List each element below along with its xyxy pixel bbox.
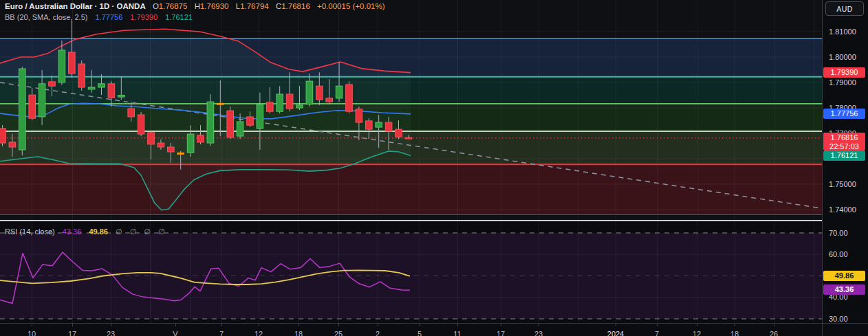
candle-body[interactable] bbox=[9, 142, 16, 147]
countdown-timer: 22:57:03 bbox=[823, 142, 865, 150]
candle-body[interactable] bbox=[276, 94, 283, 111]
candle-body[interactable] bbox=[19, 69, 26, 150]
rsi-badge: 43.36 bbox=[823, 284, 865, 295]
candle-body[interactable] bbox=[227, 111, 234, 137]
candle-body[interactable] bbox=[247, 117, 254, 125]
currency-button[interactable]: AUD bbox=[825, 1, 864, 16]
time-axis[interactable]: 101723V71218252511172320247121826 bbox=[0, 324, 868, 336]
open-value: 1.76875 bbox=[159, 2, 188, 10]
candle-body[interactable] bbox=[207, 102, 214, 143]
candle-body[interactable] bbox=[405, 137, 412, 139]
candle-body[interactable] bbox=[128, 109, 135, 117]
candle-body[interactable] bbox=[168, 147, 175, 152]
candle-body[interactable] bbox=[217, 103, 224, 104]
candle-body[interactable] bbox=[366, 121, 373, 129]
time-axis-label: 12 bbox=[254, 330, 263, 336]
time-axis-tick bbox=[221, 324, 222, 326]
time-axis-label: 7 bbox=[655, 330, 659, 336]
rsi-axis-label: 30.00 bbox=[829, 315, 848, 323]
candle-body[interactable] bbox=[286, 94, 293, 109]
candle-body[interactable] bbox=[138, 115, 144, 134]
candle-body[interactable] bbox=[78, 64, 85, 87]
time-axis-label: 12 bbox=[693, 330, 701, 336]
price-badge: 1.79390 bbox=[823, 67, 865, 78]
time-axis-label: 25 bbox=[334, 330, 343, 336]
chart-canvas[interactable] bbox=[0, 0, 868, 336]
candle-body[interactable] bbox=[395, 129, 402, 137]
price-badge: 1.77756 bbox=[823, 109, 865, 119]
candle-body[interactable] bbox=[237, 122, 243, 136]
candle-body[interactable] bbox=[118, 96, 125, 98]
candle-body[interactable] bbox=[187, 134, 194, 153]
candle-body[interactable] bbox=[356, 109, 362, 122]
candle-body[interactable] bbox=[158, 143, 164, 147]
candle-body[interactable] bbox=[29, 95, 36, 118]
time-axis-label: 11 bbox=[453, 330, 461, 336]
time-axis-label: 26 bbox=[770, 330, 778, 336]
time-axis-tick bbox=[539, 324, 539, 326]
time-axis-tick bbox=[338, 324, 339, 326]
rsi-legend[interactable]: RSI (14, close) 43.36 49.86 ∅ ∅ ∅ ∅ bbox=[5, 227, 168, 236]
candle-body[interactable] bbox=[98, 84, 105, 87]
bb-basis-value: 1.77756 bbox=[96, 13, 123, 21]
candle-body[interactable] bbox=[39, 84, 45, 117]
rsi-badge: 49.86 bbox=[823, 271, 865, 281]
candle-body[interactable] bbox=[58, 50, 65, 82]
candle-body[interactable] bbox=[69, 52, 76, 74]
time-axis-tick bbox=[259, 324, 259, 326]
candle-body[interactable] bbox=[257, 104, 263, 128]
time-axis-tick bbox=[616, 324, 616, 326]
change-value: +0.00015 bbox=[317, 2, 350, 10]
time-axis-tick bbox=[175, 324, 176, 326]
time-axis-tick bbox=[299, 324, 299, 326]
candle-body[interactable] bbox=[385, 122, 392, 131]
candle-body[interactable] bbox=[0, 128, 6, 143]
time-axis-label: 2024 bbox=[607, 330, 624, 336]
time-axis-tick bbox=[697, 324, 697, 326]
candle-body[interactable] bbox=[336, 86, 343, 98]
symbol-legend[interactable]: Euro / Australian Dollar · 1D · OANDA O1… bbox=[5, 2, 384, 10]
time-axis-tick bbox=[378, 324, 378, 326]
candle-body[interactable] bbox=[148, 133, 155, 144]
time-axis-tick bbox=[457, 324, 458, 326]
candle-body[interactable] bbox=[346, 85, 353, 111]
close-value: 1.76816 bbox=[281, 2, 310, 10]
time-axis-tick bbox=[111, 324, 111, 326]
candle-body[interactable] bbox=[306, 81, 313, 104]
candle-body[interactable] bbox=[316, 86, 323, 100]
price-axis-label: 1.81000 bbox=[829, 27, 856, 36]
time-axis-label: 5 bbox=[417, 330, 422, 336]
high-label: H bbox=[195, 2, 200, 10]
price-axis-label: 1.74000 bbox=[829, 205, 856, 214]
price-badge-countdown: 1.7681622:57:03 bbox=[823, 133, 865, 150]
time-axis-label: 17 bbox=[68, 330, 76, 336]
high-value: 1.76930 bbox=[200, 2, 229, 10]
time-axis-tick bbox=[32, 324, 32, 326]
candle-body[interactable] bbox=[376, 122, 382, 127]
candle-body[interactable] bbox=[326, 98, 333, 102]
chart-plot-area[interactable] bbox=[0, 0, 822, 323]
time-axis-label: 18 bbox=[294, 330, 303, 336]
candle-body[interactable] bbox=[177, 153, 184, 154]
change-percent: (+0.01%) bbox=[353, 2, 385, 10]
rsi-ma-value: 49.86 bbox=[89, 227, 108, 236]
time-axis-label: 7 bbox=[219, 330, 224, 336]
candle-body[interactable] bbox=[197, 135, 204, 142]
time-axis-border bbox=[0, 323, 868, 324]
time-axis-label: 17 bbox=[497, 330, 505, 336]
time-axis-label: 10 bbox=[28, 330, 36, 336]
symbol-title: Euro / Australian Dollar · 1D · OANDA bbox=[5, 2, 146, 10]
candle-body[interactable] bbox=[88, 87, 95, 89]
price-axis-label: 1.80000 bbox=[829, 53, 856, 61]
candle-body[interactable] bbox=[267, 102, 274, 111]
candle-body[interactable] bbox=[108, 84, 115, 98]
price-axis-border bbox=[822, 0, 823, 336]
bb-legend[interactable]: BB (20, SMA, close, 2.5) 1.77756 1.79390… bbox=[5, 13, 193, 21]
rsi-axis-label: 60.00 bbox=[829, 250, 848, 258]
price-axis-label: 1.79000 bbox=[829, 78, 856, 87]
candle-body[interactable] bbox=[49, 82, 56, 86]
bb-lower-value: 1.76121 bbox=[165, 13, 193, 21]
bb-upper-value: 1.79390 bbox=[130, 13, 158, 21]
candle-body[interactable] bbox=[296, 105, 303, 108]
time-axis-label: 23 bbox=[107, 330, 115, 336]
